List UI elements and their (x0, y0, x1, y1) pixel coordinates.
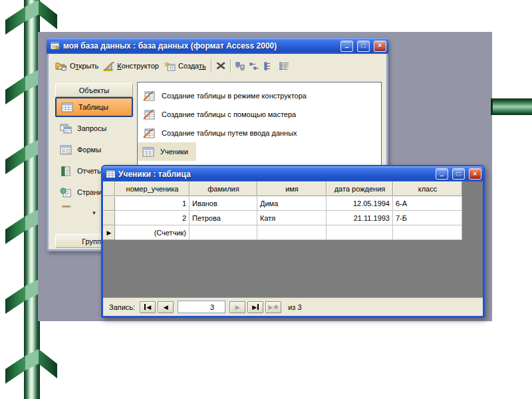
new-table-shortcut-icon (142, 90, 156, 102)
table-cell[interactable] (393, 225, 462, 240)
table-cell[interactable]: Петрова (190, 211, 257, 225)
close-button[interactable]: × (374, 41, 386, 52)
table-row: 2 Петрова Катя 21.11.1993 7-Б (103, 211, 483, 225)
column-header[interactable]: имя (257, 182, 327, 196)
details-view-button[interactable] (279, 62, 289, 70)
objects-header-label: Объекты (79, 86, 109, 94)
current-record-arrow-icon: ▶ (107, 229, 112, 236)
form-icon (60, 145, 72, 155)
last-record-icon: ▶ (252, 304, 257, 311)
db-toolbar: Открыть Конструктор Создать (50, 55, 385, 76)
column-header[interactable]: номер_ученика (115, 182, 190, 196)
green-bar-decoration (491, 98, 532, 115)
list-view-icon (264, 62, 274, 70)
record-navigation-bar: Запись: ◀ ◀ 3 ▶ ▶ ▶✱ из 3 (103, 297, 483, 316)
column-header[interactable]: дата рождения (327, 182, 393, 196)
table-cell[interactable]: 2 (115, 211, 190, 225)
new-table-shortcut-icon (142, 109, 156, 120)
table-cell[interactable] (257, 225, 327, 240)
list-view-button[interactable] (264, 62, 274, 70)
db-titlebar[interactable]: моя база данных : база данных (формат Ac… (47, 38, 388, 54)
table-cell[interactable] (190, 225, 257, 240)
create-label: Создать (178, 62, 206, 70)
close-button[interactable]: × (469, 168, 481, 180)
new-record-icon: ▶ (268, 304, 273, 311)
previous-record-button[interactable]: ◀ (158, 301, 174, 313)
table-cell[interactable]: 6-А (393, 196, 462, 211)
minimize-button[interactable]: – (436, 168, 448, 180)
table-cell[interactable]: 12.05.1994 (327, 196, 393, 211)
list-item-new-table-design[interactable]: Создание таблицы в режиме конструктора (138, 86, 315, 105)
list-item-label: Создание таблицы путем ввода данных (162, 129, 297, 137)
table-titlebar[interactable]: Ученики : таблица – □ × (102, 166, 483, 182)
column-header[interactable]: фамилия (190, 182, 257, 196)
large-icons-button[interactable] (235, 62, 245, 70)
maximize-button[interactable]: □ (452, 168, 465, 180)
access-db-icon (50, 41, 61, 51)
sidebar-item-forms[interactable]: Формы (55, 139, 133, 160)
select-all-corner[interactable] (103, 182, 115, 196)
table-cell[interactable]: Иванов (190, 196, 257, 211)
table-cell[interactable]: (Счетчик) (115, 225, 190, 240)
sidebar-item-label: Формы (77, 146, 101, 154)
last-record-button[interactable]: ▶ (247, 301, 263, 313)
new-table-shortcut-icon (142, 128, 156, 139)
table-row: 1 Иванов Дима 12.05.1994 6-А (103, 196, 483, 211)
delete-x-icon: ✕ (215, 59, 226, 73)
large-icons-icon (235, 62, 245, 70)
table-window: Ученики : таблица – □ × номер_ученика фа… (101, 165, 485, 318)
query-icon (60, 124, 72, 134)
page-icon (60, 188, 72, 198)
small-icons-button[interactable] (249, 62, 259, 70)
minimize-button[interactable]: – (340, 41, 353, 52)
toolbar-separator (230, 59, 231, 72)
datasheet: номер_ученика фамилия имя дата рождения … (103, 182, 483, 297)
table-cell[interactable]: 7-Б (393, 211, 462, 225)
report-icon (60, 166, 72, 176)
list-item-new-table-entry[interactable]: Создание таблицы путем ввода данных (138, 124, 305, 142)
column-header[interactable]: класс (393, 182, 462, 196)
small-icons-icon (249, 62, 259, 70)
sidebar-item-queries[interactable]: Запросы (55, 118, 133, 139)
list-item-label: Создание таблицы в режиме конструктора (162, 92, 307, 100)
record-selector-current[interactable]: ▶ (103, 225, 115, 240)
design-button[interactable]: Конструктор (103, 61, 159, 71)
sidebar-item-label: Отчеты (77, 167, 102, 175)
table-cell[interactable]: Катя (257, 211, 327, 225)
record-count-label: из 3 (288, 303, 301, 311)
db-window-title: моя база данных : база данных (формат Ac… (63, 41, 336, 51)
record-selector[interactable] (103, 196, 115, 211)
table-icon (106, 170, 116, 178)
delete-button[interactable]: ✕ (216, 59, 225, 73)
next-record-icon: ▶ (235, 304, 240, 311)
next-record-button[interactable]: ▶ (229, 301, 245, 313)
create-button[interactable]: Создать (164, 61, 206, 71)
new-record-button[interactable]: ▶✱ (265, 301, 281, 313)
record-selector[interactable] (103, 211, 115, 225)
table-cell[interactable]: Дима (257, 196, 327, 211)
first-record-button[interactable]: ◀ (140, 301, 156, 313)
open-label: Открыть (70, 62, 98, 70)
record-number-input[interactable]: 3 (178, 301, 225, 313)
table-cell[interactable] (327, 225, 393, 240)
chevron-down-icon: ▼ (92, 210, 97, 216)
table-cell[interactable]: 21.11.1993 (327, 211, 393, 225)
table-cell[interactable]: 1 (115, 196, 190, 211)
list-item-label: Ученики (160, 148, 188, 156)
list-item-label: Создание таблицы с помощью мастера (162, 110, 296, 118)
list-item-new-table-wizard[interactable]: Создание таблицы с помощью мастера (138, 105, 304, 124)
maximize-button[interactable]: □ (357, 41, 370, 52)
first-record-icon (144, 304, 146, 310)
list-item-ucheniki-table[interactable]: Ученики (138, 142, 196, 161)
slide: моя база данных : база данных (формат Ac… (0, 0, 532, 399)
table-icon (61, 102, 73, 112)
sidebar-item-label: Запросы (77, 124, 106, 132)
toolbar-separator (211, 59, 211, 72)
header-row: номер_ученика фамилия имя дата рождения … (103, 182, 483, 196)
sidebar-item-tables[interactable]: Таблицы (55, 97, 133, 117)
details-view-icon (279, 62, 289, 70)
objects-header[interactable]: Объекты (55, 83, 133, 97)
open-button[interactable]: Открыть (55, 61, 98, 70)
record-nav-label: Запись: (109, 303, 135, 311)
new-table-icon (164, 61, 176, 71)
